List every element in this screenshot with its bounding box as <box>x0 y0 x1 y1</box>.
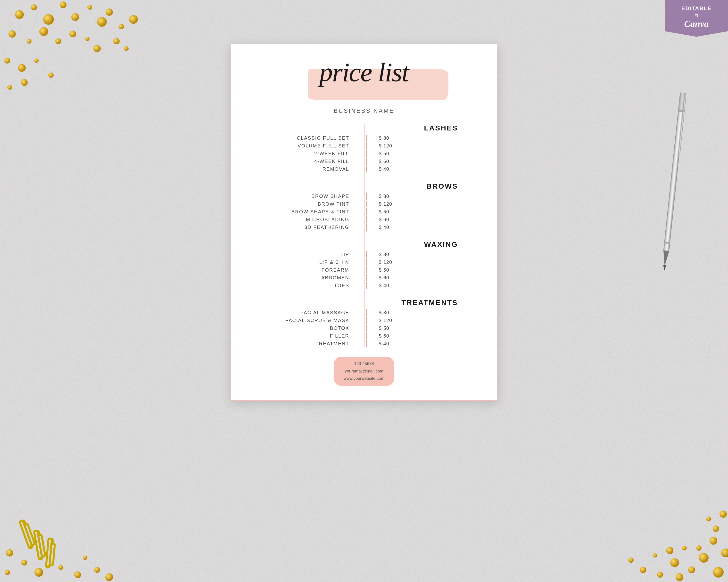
item-price: $ 40 <box>374 225 477 230</box>
table-row: FILLER $ 60 <box>251 332 477 339</box>
table-row: BROW SHAPE & TINT $ 50 <box>251 208 477 215</box>
contact-phone: 123-45678 <box>344 360 384 368</box>
item-label: 2-WEEK FILL <box>251 151 359 157</box>
item-price: $ 60 <box>374 275 477 281</box>
contact-area: 123-45678 youremail@mail.com www.yourweb… <box>251 357 477 386</box>
item-price: $ 60 <box>374 217 477 222</box>
item-label: FACIAL MASSAGE <box>251 310 359 315</box>
item-price: $ 120 <box>374 259 477 265</box>
table-row: FOREARM $ 50 <box>251 267 477 273</box>
row-divider <box>366 317 367 324</box>
row-divider <box>366 142 367 149</box>
svg-point-18 <box>113 38 120 45</box>
table-row: BROW SHAPE $ 80 <box>251 193 477 200</box>
svg-point-32 <box>21 560 27 565</box>
svg-point-24 <box>7 85 12 90</box>
svg-point-46 <box>713 567 724 578</box>
table-row: BROW TINT $ 120 <box>251 200 477 207</box>
item-price: $ 120 <box>374 318 477 323</box>
svg-point-10 <box>55 38 61 44</box>
section-brows: BROWS BROW SHAPE $ 80 BROW TINT $ 120 BR… <box>251 182 477 231</box>
item-label: BOTOX <box>251 326 359 331</box>
row-divider <box>366 135 367 141</box>
lashes-rows: CLASSIC FULL SET $ 80 VOLUME FULL SET $ … <box>251 135 477 172</box>
svg-point-15 <box>4 58 10 63</box>
item-label: LIP <box>251 252 359 257</box>
row-divider <box>366 309 367 316</box>
in-label: in <box>671 12 722 19</box>
row-divider <box>366 274 367 281</box>
table-row: LIP & CHIN $ 120 <box>251 259 477 266</box>
svg-point-23 <box>21 79 28 86</box>
svg-point-17 <box>34 58 38 63</box>
table-row: TOES $ 40 <box>251 282 477 289</box>
svg-rect-26 <box>24 524 35 545</box>
item-label: REMOVAL <box>251 166 359 172</box>
svg-point-36 <box>94 567 100 573</box>
table-row: 3D FEATHERING $ 40 <box>251 224 477 231</box>
beads-top-left <box>0 0 146 97</box>
svg-point-52 <box>676 573 683 581</box>
treatments-rows: FACIAL MASSAGE $ 80 FACIAL SCRUB & MASK … <box>251 309 477 347</box>
item-label: MICROBLADING <box>251 217 359 222</box>
item-price: $ 40 <box>374 283 477 288</box>
section-treatments: TREATMENTS FACIAL MASSAGE $ 80 FACIAL SC… <box>251 299 477 347</box>
svg-point-7 <box>8 30 16 37</box>
svg-point-9 <box>39 27 48 36</box>
svg-point-14 <box>119 24 124 29</box>
table-row: LIP $ 80 <box>251 251 477 258</box>
brows-rows: BROW SHAPE $ 80 BROW TINT $ 120 BROW SHA… <box>251 193 477 231</box>
item-price: $ 120 <box>374 201 477 207</box>
svg-point-0 <box>15 10 24 19</box>
canva-logo: Canva <box>671 19 722 30</box>
item-label: CLASSIC FULL SET <box>251 135 359 141</box>
item-label: VOLUME FULL SET <box>251 143 359 149</box>
item-price: $ 50 <box>374 151 477 157</box>
svg-point-1 <box>31 4 37 10</box>
section-treatments-header: TREATMENTS <box>251 299 477 307</box>
section-brows-header: BROWS <box>251 182 477 190</box>
svg-point-5 <box>87 5 92 10</box>
section-waxing: WAXING LIP $ 80 LIP & CHIN $ 120 FOREARM… <box>251 240 477 289</box>
svg-point-38 <box>5 570 10 575</box>
editable-label: EDITABLE <box>671 5 722 12</box>
svg-point-3 <box>60 1 67 8</box>
item-price: $ 80 <box>374 310 477 315</box>
section-lashes: LASHES CLASSIC FULL SET $ 80 VOLUME FULL… <box>251 124 477 172</box>
beads-bottom-left <box>0 461 121 582</box>
row-divider <box>366 251 367 258</box>
item-label: FOREARM <box>251 267 359 273</box>
svg-point-4 <box>71 13 79 21</box>
row-divider <box>366 158 367 165</box>
item-price: $ 120 <box>374 143 477 149</box>
table-row: 4-WEEK FILL $ 60 <box>251 158 477 165</box>
row-divider <box>366 224 367 231</box>
item-price: $ 40 <box>374 166 477 172</box>
svg-point-40 <box>699 553 709 563</box>
svg-point-19 <box>129 15 138 24</box>
contact-email: youremail@mail.com <box>344 368 384 375</box>
svg-point-22 <box>48 73 54 78</box>
beads-bottom-right <box>558 437 728 582</box>
price-list-card: price list BUSINESS NAME LASHES CLASSIC … <box>231 44 497 401</box>
row-divider <box>366 282 367 289</box>
row-divider <box>366 193 367 200</box>
svg-point-55 <box>720 510 727 518</box>
svg-point-31 <box>6 549 14 557</box>
table-row: ABDOMEN $ 60 <box>251 274 477 281</box>
svg-point-34 <box>58 565 63 570</box>
row-divider <box>366 166 367 172</box>
table-row: FACIAL SCRUB & MASK $ 120 <box>251 317 477 324</box>
svg-point-39 <box>83 556 87 560</box>
contact-pill: 123-45678 youremail@mail.com www.yourweb… <box>334 357 394 386</box>
section-lashes-header: LASHES <box>251 124 477 132</box>
svg-point-54 <box>628 557 633 563</box>
canva-badge: EDITABLE in Canva <box>665 0 728 37</box>
svg-point-20 <box>124 46 129 51</box>
price-list-title: price list <box>251 59 477 86</box>
svg-marker-60 <box>662 250 669 267</box>
svg-point-56 <box>706 517 711 521</box>
row-divider <box>366 340 367 347</box>
svg-point-21 <box>94 45 101 52</box>
item-price: $ 50 <box>374 209 477 215</box>
